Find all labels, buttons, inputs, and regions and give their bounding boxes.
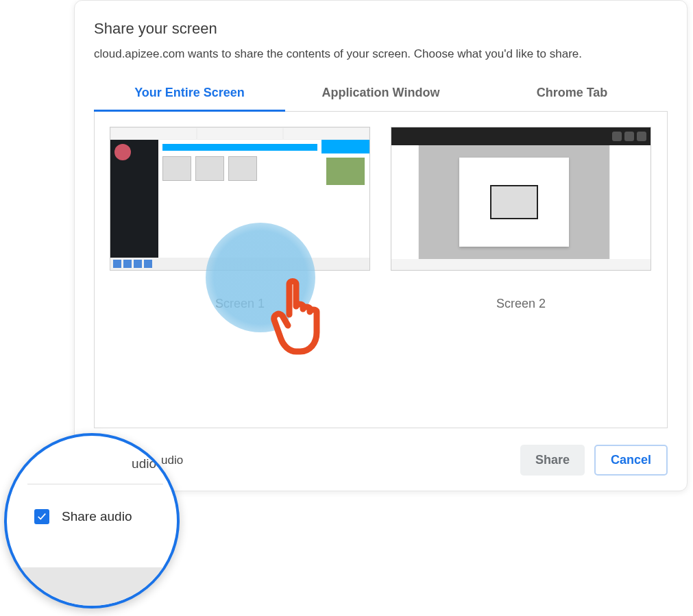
- dialog-subtitle: cloud.apizee.com wants to share the cont…: [94, 47, 668, 61]
- dialog-title: Share your screen: [94, 20, 668, 38]
- screen-option-1[interactable]: Screen 1: [110, 127, 370, 311]
- share-screen-dialog: Share your screen cloud.apizee.com wants…: [74, 0, 688, 491]
- tab-chrome-tab[interactable]: Chrome Tab: [476, 77, 668, 111]
- hand-pointer-icon: [269, 275, 337, 360]
- cancel-button[interactable]: Cancel: [594, 445, 668, 476]
- share-audio-checkbox-row[interactable]: Share audio: [27, 509, 163, 524]
- screen-2-thumbnail: [391, 127, 651, 271]
- dialog-footer: udio Share Cancel: [94, 445, 668, 476]
- tab-bar: Your Entire Screen Application Window Ch…: [94, 77, 668, 112]
- share-audio-label: Share audio: [62, 509, 132, 524]
- share-audio-label-fragment: udio: [161, 454, 183, 467]
- screen-option-2[interactable]: Screen 2: [391, 127, 651, 311]
- tab-application-window[interactable]: Application Window: [285, 77, 476, 111]
- screen-2-label: Screen 2: [391, 297, 651, 311]
- screen-grid: Screen 1 Screen 2: [94, 112, 668, 428]
- screen-1-thumbnail: [110, 127, 370, 271]
- tab-entire-screen[interactable]: Your Entire Screen: [94, 77, 285, 112]
- zoom-fragment-text: udio: [27, 456, 163, 484]
- share-button[interactable]: Share: [520, 445, 585, 476]
- checkbox-checked-icon[interactable]: [34, 509, 49, 524]
- screen-1-label: Screen 1: [110, 297, 370, 311]
- zoom-callout: udio Share audio: [4, 433, 180, 608]
